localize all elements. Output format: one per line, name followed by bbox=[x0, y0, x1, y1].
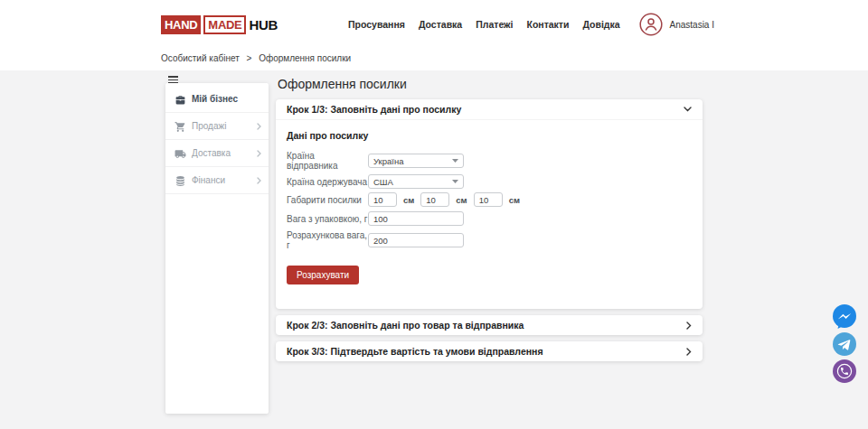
nav-item-payments[interactable]: Платежі bbox=[476, 19, 513, 30]
sidebar-item-my-business[interactable]: Мій бізнес bbox=[165, 86, 269, 113]
viber-icon bbox=[832, 359, 857, 384]
user-menu[interactable]: Anastasia I bbox=[639, 13, 714, 36]
sender-country-value: Україна bbox=[373, 156, 404, 166]
chevron-right-icon bbox=[257, 123, 261, 130]
briefcase-icon bbox=[175, 93, 186, 105]
logo-made: MADE bbox=[203, 15, 246, 34]
nav-item-contacts[interactable]: Контакти bbox=[526, 19, 569, 30]
logo[interactable]: HAND MADE HUB bbox=[161, 15, 278, 34]
dimension-height-input[interactable] bbox=[474, 192, 503, 207]
nav-item-promotion[interactable]: Просування bbox=[348, 19, 405, 30]
recipient-country-select[interactable]: США bbox=[368, 174, 464, 189]
chevron-right-icon bbox=[686, 322, 692, 330]
main-nav: Просування Доставка Платежі Контакти Дов… bbox=[348, 19, 620, 30]
breadcrumb-personal-cabinet[interactable]: Особистий кабінет bbox=[161, 53, 240, 63]
user-name: Anastasia I bbox=[670, 20, 714, 30]
page-title: Оформлення посилки bbox=[278, 77, 703, 91]
dimension-length-input[interactable] bbox=[368, 192, 397, 207]
step-1-body: Дані про посилку Країна відправника Укра… bbox=[276, 119, 703, 309]
chevron-right-icon bbox=[257, 150, 261, 157]
step-1-header[interactable]: Крок 1/3: Заповніть дані про посилку bbox=[276, 99, 703, 119]
sidebar-item-sales[interactable]: Продажі bbox=[165, 113, 269, 140]
sidebar-item-finances[interactable]: Фінанси bbox=[165, 167, 269, 194]
breadcrumb: Особистий кабінет > Оформлення посилки bbox=[0, 49, 868, 70]
telegram-icon bbox=[832, 331, 857, 357]
parcel-data-section-title: Дані про посилку bbox=[287, 130, 692, 141]
sidebar-item-label: Продажі bbox=[192, 121, 257, 131]
truck-icon bbox=[175, 147, 186, 159]
sender-country-select[interactable]: Україна bbox=[368, 154, 464, 168]
nav-item-delivery[interactable]: Доставка bbox=[419, 19, 462, 30]
chevron-right-icon bbox=[257, 177, 261, 184]
dimension-unit-label: см bbox=[456, 195, 467, 205]
packed-weight-row: Вага з упаковкою, г bbox=[287, 211, 692, 226]
dimension-width-input[interactable] bbox=[420, 192, 449, 207]
viber-button[interactable] bbox=[832, 359, 857, 384]
sidebar: Мій бізнес Продажі Доставка bbox=[165, 83, 269, 414]
step-3-card: Крок 3/3: Підтвердьте вартість та умови … bbox=[276, 341, 703, 361]
sidebar-item-label: Мій бізнес bbox=[192, 94, 261, 104]
step-2-label: Крок 2/3: Заповніть дані про товар та ві… bbox=[287, 320, 524, 331]
sender-country-label: Країна відправника bbox=[287, 151, 368, 171]
coins-icon bbox=[175, 174, 186, 186]
avatar-icon bbox=[639, 13, 663, 36]
dimensions-row: Габарити посилки см см см bbox=[287, 192, 692, 207]
step-2-card: Крок 2/3: Заповніть дані про товар та ві… bbox=[276, 315, 703, 335]
main-panel: Оформлення посилки Крок 1/3: Заповніть д… bbox=[276, 70, 703, 368]
step-1-label: Крок 1/3: Заповніть дані про посилку bbox=[287, 104, 461, 115]
dimensions-label: Габарити посилки bbox=[287, 195, 368, 205]
messenger-icon bbox=[832, 304, 857, 330]
logo-hub: HUB bbox=[249, 17, 278, 33]
telegram-button[interactable] bbox=[832, 331, 857, 357]
sidebar-item-label: Фінанси bbox=[192, 175, 257, 185]
breadcrumb-current-page: Оформлення посилки bbox=[259, 53, 351, 63]
recipient-country-label: Країна одержувача bbox=[287, 177, 368, 187]
floating-social-buttons bbox=[832, 304, 857, 384]
calculate-button[interactable]: Розрахувати bbox=[287, 266, 359, 284]
breadcrumb-separator: > bbox=[247, 53, 252, 63]
step-3-header[interactable]: Крок 3/3: Підтвердьте вартість та умови … bbox=[276, 341, 703, 361]
recipient-country-value: США bbox=[373, 177, 393, 187]
chevron-down-icon bbox=[684, 107, 692, 112]
calculated-weight-row: Розрахункова вага, г bbox=[287, 230, 692, 250]
calculated-weight-label: Розрахункова вага, г bbox=[287, 230, 368, 250]
chevron-right-icon bbox=[686, 348, 692, 356]
dimension-unit-label: см bbox=[509, 195, 520, 205]
nav-item-help[interactable]: Довідка bbox=[582, 19, 619, 30]
select-arrow-icon bbox=[452, 159, 458, 163]
packed-weight-label: Вага з упаковкою, г bbox=[287, 214, 368, 224]
recipient-country-row: Країна одержувача США bbox=[287, 174, 692, 189]
calculated-weight-input[interactable] bbox=[368, 233, 464, 247]
step-3-label: Крок 3/3: Підтвердьте вартість та умови … bbox=[287, 346, 543, 357]
sidebar-item-label: Доставка bbox=[192, 148, 257, 158]
packed-weight-input[interactable] bbox=[368, 211, 464, 226]
dimension-unit-label: см bbox=[403, 195, 414, 205]
page: HAND MADE HUB Просування Доставка Платеж… bbox=[0, 0, 868, 429]
messenger-button[interactable] bbox=[832, 304, 857, 330]
content-area: Мій бізнес Продажі Доставка bbox=[0, 70, 868, 429]
sender-country-row: Країна відправника Україна bbox=[287, 151, 692, 171]
step-2-header[interactable]: Крок 2/3: Заповніть дані про товар та ві… bbox=[276, 315, 703, 335]
select-arrow-icon bbox=[452, 180, 458, 183]
header: HAND MADE HUB Просування Доставка Платеж… bbox=[0, 0, 868, 49]
step-1-card: Крок 1/3: Заповніть дані про посилку Дан… bbox=[276, 99, 703, 309]
cart-icon bbox=[175, 120, 186, 132]
logo-hand: HAND bbox=[161, 15, 201, 34]
sidebar-item-delivery[interactable]: Доставка bbox=[165, 140, 269, 167]
